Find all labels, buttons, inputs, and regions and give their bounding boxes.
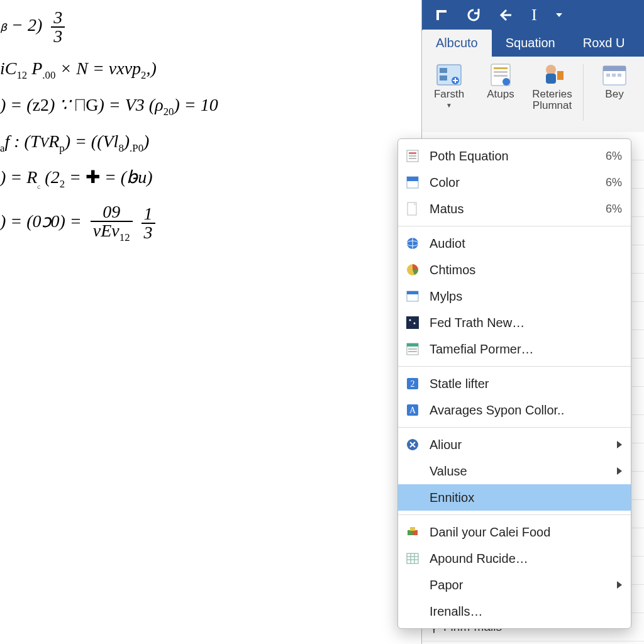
menu-item-matus[interactable]: Matus 6% xyxy=(398,196,631,222)
menu-label: Color xyxy=(430,175,597,190)
menu-item-color[interactable]: Color 6% xyxy=(398,169,631,196)
globe-icon xyxy=(404,235,421,252)
ribbon-groups: Farsth ▼ Atups Reteries Plumnat Bey xyxy=(422,57,644,138)
menu-label: Chtimos xyxy=(430,263,622,277)
menu-item-avarages-sypon[interactable]: A Avarages Sypon Collor.. xyxy=(398,397,631,423)
svg-rect-4 xyxy=(440,75,447,80)
menu-label: Apound Rucide… xyxy=(430,552,622,566)
context-menu: Poth Equation 6% Color 6% Matus 6% Audio… xyxy=(397,138,631,629)
ribbon-btn-bey[interactable]: Bey xyxy=(591,62,638,101)
quick-access-toolbar: I xyxy=(422,0,644,30)
ribbon-btn-atups[interactable]: Atups xyxy=(477,62,524,101)
menu-label: Tamefial Pormer… xyxy=(430,342,622,357)
tab-albcuto[interactable]: Albcuto xyxy=(422,30,492,57)
menu-item-mylps[interactable]: Mylps xyxy=(398,283,631,309)
pie-icon xyxy=(404,262,421,278)
menu-item-aliour[interactable]: Aliour xyxy=(398,431,631,458)
menu-label: Irenalls… xyxy=(430,604,622,619)
menu-label: Mylps xyxy=(430,289,622,304)
submenu-arrow-icon xyxy=(617,441,622,448)
chevron-down-icon: ▼ xyxy=(446,102,452,109)
submenu-arrow-icon xyxy=(617,581,622,589)
menu-item-danil[interactable]: Danil your Calei Food xyxy=(398,519,631,545)
svg-point-10 xyxy=(502,78,510,86)
svg-rect-7 xyxy=(494,67,508,69)
svg-point-32 xyxy=(409,319,411,321)
cursor-icon[interactable]: I xyxy=(531,6,537,25)
menu-item-papor[interactable]: Papor xyxy=(398,572,631,598)
svg-point-33 xyxy=(414,323,416,325)
svg-rect-17 xyxy=(612,74,616,77)
svg-rect-24 xyxy=(407,177,418,181)
menu-item-irenalls[interactable]: Irenalls… xyxy=(398,598,631,625)
night-icon xyxy=(404,314,421,331)
menu-item-audiot[interactable]: Audiot xyxy=(398,230,631,257)
ribbon-label: Farsth xyxy=(434,88,464,101)
menu-item-valuse[interactable]: Valuse xyxy=(398,458,631,484)
svg-rect-16 xyxy=(606,74,610,77)
equation-block: ᵦ − 2) 33 iC12 P.00 × N = vxvp2,) ) = (z… xyxy=(0,0,218,255)
svg-rect-22 xyxy=(409,158,416,159)
tab-squation[interactable]: Squation xyxy=(492,30,569,57)
menu-separator xyxy=(398,226,631,226)
document-canvas[interactable]: ᵦ − 2) 33 iC12 P.00 × N = vxvp2,) ) = (z… xyxy=(0,0,421,644)
equation-line: af : (TVRp) = ((Vl8).P0) xyxy=(0,131,218,155)
svg-rect-45 xyxy=(410,527,415,531)
ribbon: I Albcuto Squation Roxd U Farsth ▼ Atups… xyxy=(421,0,644,132)
refresh-icon[interactable] xyxy=(466,8,481,23)
svg-rect-46 xyxy=(407,553,418,564)
ribbon-btn-farsth[interactable]: Farsth ▼ xyxy=(426,62,472,109)
equation-line: iC12 P.00 × N = vxvp2,) xyxy=(0,58,218,82)
table-icon xyxy=(404,550,421,567)
pin-icon[interactable] xyxy=(435,8,448,22)
menu-item-statle-lifter[interactable]: 2 Statle lifter xyxy=(398,370,631,397)
puzzle-icon xyxy=(404,524,421,540)
blank-icon xyxy=(404,463,421,479)
window-icon xyxy=(404,288,421,304)
gallery-icon xyxy=(434,62,464,88)
menu-item-fed-trath-new[interactable]: Fed Trath New… xyxy=(398,309,631,336)
blank-icon xyxy=(404,489,421,506)
svg-rect-31 xyxy=(406,316,419,329)
svg-rect-20 xyxy=(409,152,416,154)
svg-rect-1 xyxy=(436,10,447,13)
svg-rect-43 xyxy=(408,530,413,535)
ribbon-label: Reteries xyxy=(532,88,572,101)
panel-row[interactable]: Ha: Dusinas Mait xyxy=(422,641,644,644)
menu-label: Matus xyxy=(430,202,597,216)
dropdown-icon[interactable] xyxy=(555,11,564,19)
blank-icon xyxy=(404,603,421,619)
equation-line: ) = R꜀ (22 = ✚ = (b̵u) xyxy=(0,167,218,191)
list-icon xyxy=(404,341,421,357)
person-icon xyxy=(537,62,567,88)
calendar-icon xyxy=(599,62,630,88)
menu-label: Poth Equation xyxy=(430,149,597,164)
svg-rect-37 xyxy=(408,351,417,352)
menu-label: Avarages Sypon Collor.. xyxy=(430,403,622,418)
menu-item-tamefial-pormer[interactable]: Tamefial Pormer… xyxy=(398,336,631,362)
menu-label: Fed Trath New… xyxy=(430,316,622,330)
blank-icon xyxy=(404,577,421,593)
menu-aux: 6% xyxy=(606,176,622,189)
letterA-icon: A xyxy=(404,402,421,418)
gearX-icon xyxy=(404,436,421,453)
equation-line: ) = (0ɔ0) = 09vEv12 13 xyxy=(0,203,218,243)
svg-rect-15 xyxy=(603,66,626,71)
num2-icon: 2 xyxy=(404,375,421,392)
menu-label: Danil your Calei Food xyxy=(430,525,622,540)
menu-item-chtimos[interactable]: Chtimos xyxy=(398,257,631,283)
svg-rect-8 xyxy=(494,71,508,73)
menu-item-ennitiox[interactable]: Ennitiox xyxy=(398,484,631,511)
ribbon-btn-reteries[interactable]: Reteries Plumnat xyxy=(529,62,575,112)
equation-line: ᵦ − 2) 33 xyxy=(0,9,218,45)
back-icon[interactable] xyxy=(499,8,514,23)
svg-text:A: A xyxy=(409,406,416,415)
menu-item-poth-equation[interactable]: Poth Equation 6% xyxy=(398,143,631,169)
menu-item-apound-rucide[interactable]: Apound Rucide… xyxy=(398,545,631,572)
sheet-icon xyxy=(404,148,421,164)
menu-label: Audiot xyxy=(430,236,622,251)
svg-rect-12 xyxy=(546,74,556,84)
tab-roxd[interactable]: Roxd U xyxy=(569,30,639,57)
svg-rect-36 xyxy=(408,348,417,350)
group-separator xyxy=(583,64,584,121)
